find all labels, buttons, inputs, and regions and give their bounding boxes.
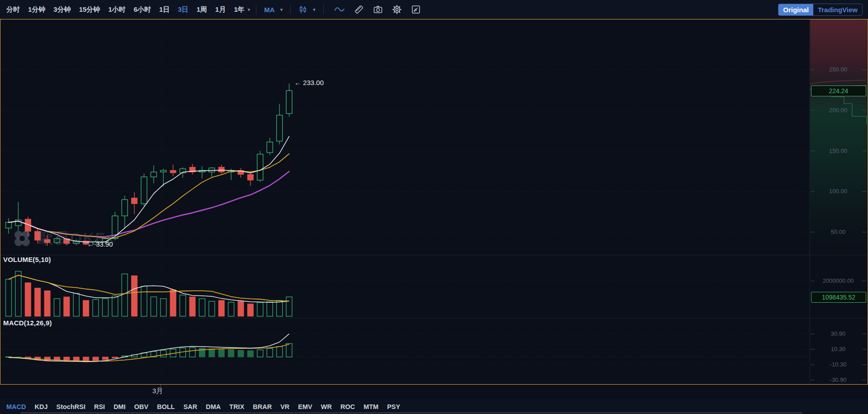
volume-panel-title: VOLUME(5,10) [3, 256, 51, 263]
interval-1月[interactable]: 1月 [215, 5, 226, 14]
tab-VR[interactable]: VR [280, 403, 289, 410]
trading-chart-app: 分时1分钟3分钟15分钟1小时6小时1日3日1周1月1年 ▾ MA ▾ ▾ [0, 0, 868, 414]
resize-button[interactable] [410, 4, 422, 15]
tab-DMA[interactable]: DMA [206, 403, 221, 410]
tab-OBV[interactable]: OBV [134, 403, 148, 410]
interval-selector: 分时1分钟3分钟15分钟1小时6小时1日3日1周1月1年 [6, 5, 245, 14]
tab-EMV[interactable]: EMV [298, 403, 312, 410]
interval-3日[interactable]: 3日 [178, 5, 188, 14]
last-price-badge: 224.24 [811, 86, 866, 96]
candle-chevron-down-icon: ▾ [313, 7, 316, 13]
x-axis-label: 3月 [152, 387, 163, 395]
low-price-annotation: ← 33.90 [87, 240, 113, 248]
chart-canvas[interactable] [0, 19, 868, 384]
tab-SAR[interactable]: SAR [184, 403, 198, 410]
original-view-button[interactable]: Original [778, 4, 813, 15]
tab-BRAR[interactable]: BRAR [253, 403, 272, 410]
candlestick-icon [298, 5, 307, 14]
interval-6小时[interactable]: 6小时 [134, 5, 151, 14]
tab-StochRSI[interactable]: StochRSI [57, 403, 85, 410]
chart-toolbar: 分时1分钟3分钟15分钟1小时6小时1日3日1周1月1年 ▾ MA ▾ ▾ [0, 0, 868, 19]
view-toggle: Original TradingView [778, 4, 863, 16]
interval-1周[interactable]: 1周 [197, 5, 207, 14]
interval-15分钟[interactable]: 15分钟 [79, 5, 100, 14]
tab-DMI[interactable]: DMI [113, 403, 126, 410]
toolbar-divider [323, 5, 324, 14]
high-price-annotation: ← 233.00 [294, 79, 324, 86]
interval-1小时[interactable]: 1小时 [108, 5, 125, 14]
screenshot-button[interactable] [372, 4, 384, 15]
tab-MACD[interactable]: MACD [6, 403, 26, 410]
tab-WR[interactable]: WR [321, 403, 332, 410]
horizontal-scrollbar[interactable] [20, 412, 802, 414]
interval-1分钟[interactable]: 1分钟 [28, 5, 45, 14]
camera-icon [373, 5, 383, 14]
toolbar-divider [290, 5, 291, 14]
candle-style-button[interactable]: ▾ [297, 4, 317, 15]
tab-TRIX[interactable]: TRIX [229, 403, 244, 410]
tab-ROC[interactable]: ROC [340, 403, 355, 410]
gear-icon [392, 5, 402, 14]
measure-button[interactable] [353, 4, 365, 15]
tab-BOLL[interactable]: BOLL [157, 403, 175, 410]
chart-area[interactable]: 歐易OKEx VOLUME(5,10) MACD(12,26,9) ← 233.… [0, 19, 868, 385]
ruler-icon [354, 5, 364, 14]
interval-分时[interactable]: 分时 [6, 5, 20, 14]
ma-label: MA [264, 6, 274, 14]
toolbar-divider [256, 5, 256, 14]
line-chart-button[interactable] [333, 5, 346, 14]
interval-3分钟[interactable]: 3分钟 [53, 5, 71, 14]
macd-panel-title: MACD(12,26,9) [3, 319, 52, 327]
tab-KDJ[interactable]: KDJ [35, 403, 48, 410]
settings-button[interactable] [391, 4, 403, 15]
tradingview-view-button[interactable]: TradingView [813, 4, 862, 15]
x-axis: 3月 [0, 385, 868, 399]
tab-RSI[interactable]: RSI [94, 403, 105, 410]
interval-1年[interactable]: 1年 [234, 5, 244, 14]
collapse-icon [411, 5, 421, 14]
ma-chevron-down-icon: ▾ [280, 7, 283, 13]
tab-MTM[interactable]: MTM [363, 403, 378, 410]
ma-indicator-button[interactable]: MA ▾ [262, 5, 284, 14]
wave-line-icon [334, 5, 345, 14]
tab-PSY[interactable]: PSY [387, 403, 400, 410]
interval-chevron-down-icon[interactable]: ▾ [248, 7, 250, 13]
interval-1日[interactable]: 1日 [159, 5, 170, 14]
current-volume-badge: 1098435.52 [811, 292, 866, 303]
